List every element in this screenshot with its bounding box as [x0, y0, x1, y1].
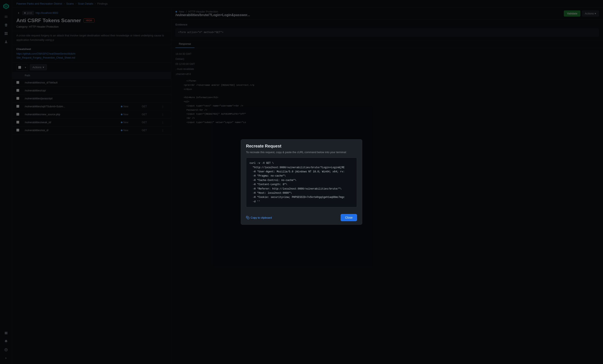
copy-to-clipboard-button[interactable]: Copy to clipboard: [246, 216, 272, 219]
modal-subtitle: To recreate this request, copy & paste t…: [246, 150, 357, 154]
modal-curl-command: curl -v -X GET \ "http://localhost:9000/…: [246, 157, 357, 207]
close-modal-button[interactable]: Close: [341, 214, 357, 221]
modal-title: Recreate Request: [246, 144, 357, 149]
modal-header: Recreate Request To recreate this reques…: [241, 140, 362, 158]
modal-overlay[interactable]: Recreate Request To recreate this reques…: [0, 0, 603, 364]
copy-icon: [246, 216, 249, 219]
copy-button-label: Copy to clipboard: [251, 216, 272, 219]
modal-footer: Copy to clipboard Close: [241, 211, 362, 224]
svg-rect-11: [247, 217, 249, 219]
recreate-request-modal: Recreate Request To recreate this reques…: [241, 139, 362, 225]
